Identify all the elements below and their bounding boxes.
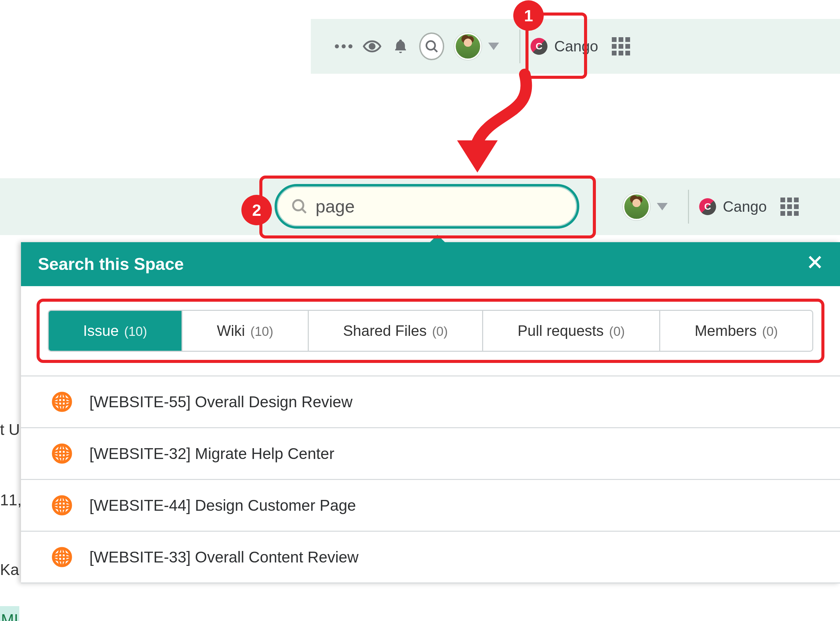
avatar[interactable] — [454, 33, 482, 60]
globe-icon — [52, 443, 73, 464]
notifications-icon[interactable] — [388, 19, 413, 74]
workspace-logo[interactable]: C — [699, 198, 716, 215]
panel-header: Search this Space — [21, 242, 840, 286]
tab-pull-requests[interactable]: Pull requests(0) — [483, 311, 660, 351]
search-icon — [419, 32, 444, 60]
tab-wiki[interactable]: Wiki(10) — [182, 311, 309, 351]
chevron-down-icon[interactable] — [488, 42, 499, 50]
tab-label: Members — [695, 322, 757, 339]
more-icon[interactable] — [331, 19, 356, 74]
svg-point-0 — [370, 44, 375, 49]
annotation-badge: 2 — [242, 195, 272, 225]
tab-count: (0) — [432, 324, 448, 339]
panel-title: Search this Space — [38, 254, 184, 274]
tabs-container: Issue(10)Wiki(10)Shared Files(0)Pull req… — [21, 286, 840, 376]
tab-label: Shared Files — [343, 322, 427, 339]
tab-count: (10) — [124, 324, 147, 339]
search-dropdown-panel: Search this Space Issue(10)Wiki(10)Share… — [21, 242, 840, 583]
apps-grid-icon[interactable] — [612, 37, 630, 56]
result-title: [WEBSITE-44] Design Customer Page — [90, 496, 356, 515]
bg-fragment: Ka — [0, 557, 19, 582]
close-icon[interactable] — [807, 254, 823, 274]
tab-count: (10) — [250, 324, 273, 339]
result-title: [WEBSITE-55] Overall Design Review — [90, 393, 352, 411]
search-tabs: Issue(10)Wiki(10)Shared Files(0)Pull req… — [48, 310, 813, 352]
result-title: [WEBSITE-33] Overall Content Review — [90, 548, 358, 566]
bg-fragment: t U — [0, 417, 20, 442]
globe-icon — [52, 391, 73, 412]
svg-line-2 — [434, 49, 437, 52]
search-results-list: [WEBSITE-55] Overall Design Review [WEBS… — [21, 376, 840, 583]
divider — [519, 29, 520, 63]
tab-shared-files[interactable]: Shared Files(0) — [309, 311, 483, 351]
workspace-label[interactable]: Cango — [723, 198, 767, 215]
globe-icon — [52, 547, 73, 568]
tab-label: Wiki — [217, 322, 245, 339]
bg-fragment: MI — [0, 606, 19, 621]
annotation-badge: 1 — [513, 0, 544, 31]
tab-label: Pull requests — [518, 322, 604, 339]
avatar[interactable] — [623, 193, 650, 220]
search-result-row[interactable]: [WEBSITE-55] Overall Design Review — [21, 376, 840, 428]
search-result-row[interactable]: [WEBSITE-32] Migrate Help Center — [21, 428, 840, 480]
annotation-arrow — [440, 68, 542, 176]
apps-grid-icon[interactable] — [781, 197, 799, 216]
tab-issue[interactable]: Issue(10) — [49, 311, 182, 351]
annotation-callout-2: 2 — [259, 176, 596, 238]
svg-marker-3 — [457, 140, 498, 173]
watch-icon[interactable] — [360, 19, 384, 74]
tab-count: (0) — [762, 324, 778, 339]
workspace-initial: C — [704, 201, 711, 212]
annotation-callout-tabs: Issue(10)Wiki(10)Shared Files(0)Pull req… — [36, 299, 825, 363]
tab-members[interactable]: Members(0) — [660, 311, 812, 351]
bg-fragment: 11, — [0, 488, 22, 513]
result-title: [WEBSITE-32] Migrate Help Center — [90, 444, 334, 463]
search-result-row[interactable]: [WEBSITE-33] Overall Content Review — [21, 532, 840, 583]
tab-label: Issue — [83, 322, 119, 339]
search-button[interactable] — [419, 19, 444, 74]
divider — [688, 190, 689, 224]
search-result-row[interactable]: [WEBSITE-44] Design Customer Page — [21, 480, 840, 532]
svg-point-1 — [426, 41, 435, 50]
tab-count: (0) — [609, 324, 625, 339]
chevron-down-icon[interactable] — [657, 203, 668, 211]
globe-icon — [52, 495, 73, 516]
